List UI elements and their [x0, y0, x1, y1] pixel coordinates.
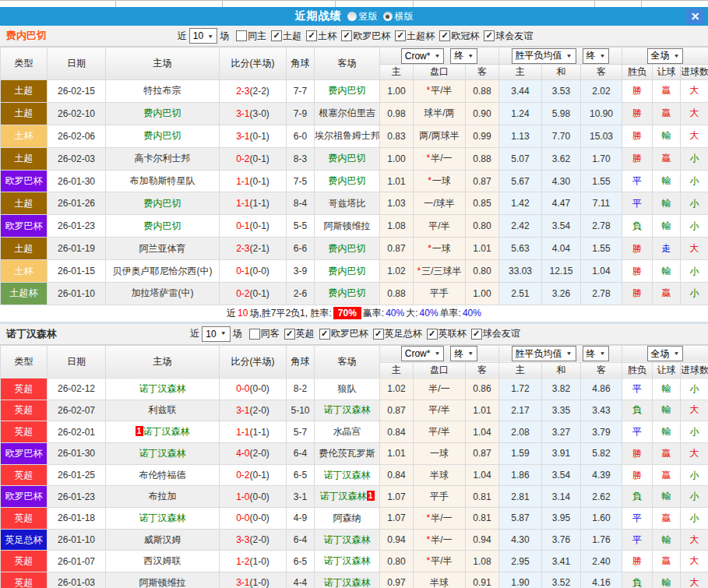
- summary-segment: 大:: [406, 307, 417, 320]
- match-score: 3-1(2-0): [220, 400, 287, 421]
- league-filter-checkbox[interactable]: ✓英足总杯: [373, 327, 422, 340]
- odds-home: 1.02: [380, 260, 414, 283]
- avg-time-select[interactable]: 终▼: [583, 346, 610, 361]
- sub-win: 主: [499, 362, 542, 378]
- home-team: 加拉塔萨雷(中): [106, 283, 220, 305]
- handicap: *平/半: [414, 80, 466, 103]
- matches-table: 类型 日期 主场 比分(半场) 角球 客场 Crow*▼ 终▼ 胜平负均: [0, 47, 708, 305]
- checkbox-icon[interactable]: ✓: [341, 30, 352, 41]
- venue-filter-checkbox[interactable]: 同主: [236, 30, 266, 43]
- match-date: 26-01-10: [48, 529, 106, 551]
- table-header: 类型 日期 主场 比分(半场) 角球 客场 Crow*▼ 终▼ 胜平负均: [1, 48, 708, 80]
- summary-segment: 70%: [333, 307, 361, 319]
- result-badge: 平: [622, 508, 653, 530]
- match-row: 土超26-02-03高卡尔利士邦0-2(0-1)8-3费内巴切1.00*半/一0…: [1, 147, 708, 170]
- recent-count-select[interactable]: 10▼: [202, 326, 230, 342]
- checkbox-icon[interactable]: [249, 329, 260, 340]
- home-team: 费内巴切: [106, 102, 220, 125]
- scope-select[interactable]: 全场▼: [647, 346, 684, 361]
- handicap-result: 贏: [653, 283, 681, 305]
- checkbox-icon[interactable]: ✓: [373, 329, 384, 340]
- league-badge: 土杯: [1, 260, 48, 283]
- avg-select-value: 胜平负均值: [516, 347, 562, 361]
- corners: 5-5: [287, 215, 315, 238]
- close-button[interactable]: ✕: [686, 9, 704, 24]
- handicap-result: 輸: [653, 125, 681, 147]
- away-team: 哥兹塔比: [315, 192, 380, 215]
- radio-icon[interactable]: [383, 12, 393, 21]
- league-filter-checkbox[interactable]: ✓土超: [271, 30, 301, 43]
- team-name-text: 布伦特福德: [139, 470, 186, 481]
- odds-home: 1.07: [380, 486, 414, 508]
- view-mode-radio[interactable]: 横版: [383, 10, 414, 23]
- view-mode-switch: 竖版横版: [342, 10, 414, 23]
- match-row: 土杯26-01-15贝伊奥卢耶尼恰尔西(中)0-1(0-0)3-9费内巴切1.0…: [1, 260, 708, 283]
- avg-draw-odds: 7.70: [542, 125, 581, 147]
- halftime-score: (0-1): [250, 470, 269, 481]
- halftime-score: (2-2): [250, 86, 269, 97]
- avg-win-odds: 2.81: [499, 486, 542, 508]
- red-card-badge: 1: [136, 426, 143, 436]
- result-badge: 勝: [622, 238, 653, 260]
- league-filter-checkbox[interactable]: ✓欧罗巴杯: [341, 30, 390, 43]
- league-filter-checkbox[interactable]: ✓球会友谊: [484, 30, 533, 43]
- checkbox-icon[interactable]: ✓: [319, 329, 330, 340]
- checkbox-label: 欧罗巴杯: [353, 30, 390, 43]
- league-filter-checkbox[interactable]: ✓英联杯: [427, 327, 467, 340]
- avg-group-header: 胜平负均值▼ 终▼: [499, 48, 622, 65]
- team-name-text: 诺丁汉森林: [324, 404, 371, 415]
- checkbox-icon[interactable]: ✓: [471, 329, 482, 340]
- radio-icon[interactable]: [347, 12, 357, 21]
- avg-draw-odds: 3.82: [542, 378, 581, 400]
- odds-away: 0.87: [466, 442, 499, 464]
- away-team: 诺丁汉森林: [315, 464, 380, 486]
- fulltime-score: 1-1: [236, 198, 249, 209]
- avg-select[interactable]: 胜平负均值▼: [512, 346, 576, 361]
- scope-select[interactable]: 全场▼: [647, 48, 684, 64]
- view-mode-radio[interactable]: 竖版: [347, 10, 378, 23]
- recent-count-select[interactable]: 10▼: [189, 28, 217, 44]
- chevron-down-icon: ▼: [220, 331, 227, 336]
- checkbox-icon[interactable]: ✓: [439, 30, 450, 41]
- league-filter-checkbox[interactable]: ✓欧罗巴杯: [319, 327, 368, 340]
- team-name-text: 费内巴切: [329, 175, 366, 186]
- league-filter-checkbox[interactable]: ✓欧冠杯: [439, 30, 479, 43]
- handicap-star: *: [426, 85, 430, 96]
- match-row: 英超26-02-07利兹联3-1(2-0)5-10诺丁汉森林0.87平/半1.0…: [1, 400, 708, 421]
- avg-draw-odds: 3.62: [542, 147, 581, 170]
- league-filter-checkbox[interactable]: ✓土超杯: [395, 30, 435, 43]
- odds-home: 0.80: [380, 551, 414, 572]
- away-team: 阿斯顿维拉: [315, 215, 380, 238]
- odds-time-select[interactable]: 终▼: [450, 346, 477, 361]
- avg-select[interactable]: 胜平负均值▼: [512, 48, 576, 64]
- league-filter-checkbox[interactable]: ✓英超: [284, 327, 315, 340]
- fulltime-score: 1-1: [236, 176, 249, 187]
- odds-source-select[interactable]: Crow*▼: [401, 48, 445, 64]
- league-filter-checkbox[interactable]: ✓球会友谊: [471, 327, 520, 340]
- avg-time-select[interactable]: 终▼: [583, 48, 610, 64]
- halftime-score: (0-0): [250, 266, 269, 276]
- record-summary: 近10场,胜7平2负1, 胜率:70%赢率:40% 大:40% 单率:40%: [0, 305, 708, 322]
- checkbox-icon[interactable]: ✓: [306, 30, 317, 41]
- team-name-text: 高卡尔利士邦: [135, 153, 191, 164]
- fulltime-score: 0-2: [236, 470, 249, 481]
- goals-result: 大: [681, 442, 708, 464]
- odds-time-select[interactable]: 终▼: [450, 48, 477, 64]
- checkbox-icon[interactable]: ✓: [395, 30, 406, 41]
- table-header: 类型 日期 主场 比分(半场) 角球 客场 Crow*▼ 终▼ 胜平负均: [1, 345, 708, 378]
- chevron-down-icon: ▼: [467, 53, 474, 58]
- checkbox-icon[interactable]: ✓: [271, 30, 282, 41]
- checkbox-icon[interactable]: ✓: [484, 30, 495, 41]
- avg-lose-odds: 2.40: [581, 551, 622, 572]
- home-team: 阿兰亚体育: [106, 238, 220, 260]
- odds-source-select[interactable]: Crow*▼: [401, 346, 445, 361]
- avg-draw-odds: 3.54: [542, 464, 581, 486]
- checkbox-icon[interactable]: ✓: [284, 329, 295, 340]
- checkbox-label: 英足总杯: [385, 327, 422, 340]
- venue-filter-checkbox[interactable]: 同客: [249, 327, 280, 340]
- checkbox-icon[interactable]: ✓: [427, 329, 438, 340]
- league-filter-checkbox[interactable]: ✓土杯: [306, 30, 336, 43]
- fulltime-score: 2-3: [236, 243, 249, 254]
- match-score: 2-3(2-2): [220, 80, 287, 103]
- checkbox-icon[interactable]: [236, 30, 247, 41]
